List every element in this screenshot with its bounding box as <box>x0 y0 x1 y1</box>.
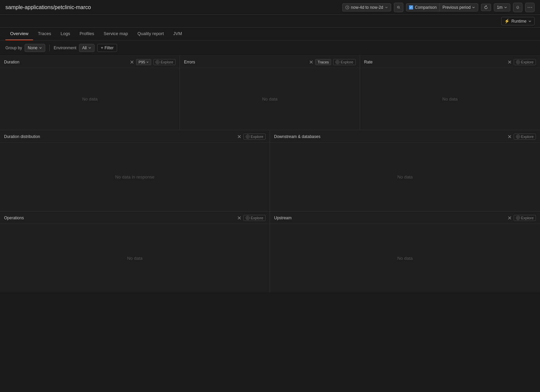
errors-close-button[interactable] <box>309 60 313 64</box>
close-icon <box>508 216 512 220</box>
duration-dist-controls: ⊙ Explore <box>237 134 266 140</box>
duration-no-data: No data <box>82 96 98 102</box>
downstream-explore-button[interactable]: ⊙ Explore <box>514 134 536 140</box>
filter-button-label: Filter <box>105 46 114 50</box>
runtime-icon: ⚡ <box>504 19 510 24</box>
zoom-out-icon <box>397 5 400 10</box>
app-title: sample-applications/petclinic-marco <box>5 4 91 10</box>
rate-panel: Rate ⊙ Explore No data <box>360 56 540 130</box>
explore-icon: ⊙ <box>156 60 160 64</box>
duration-dist-no-data: No data in response <box>115 174 154 179</box>
chevron-down-icon <box>385 6 388 9</box>
close-icon <box>130 60 134 64</box>
chevron-down-icon <box>146 61 149 63</box>
traces-button[interactable]: Traces <box>315 59 331 65</box>
interval-picker[interactable]: 1m <box>494 3 510 11</box>
upstream-explore-button[interactable]: ⊙ Explore <box>514 215 536 221</box>
tab-service-map[interactable]: Service map <box>99 28 133 40</box>
downstream-panel: Downstream & databases ⊙ Explore No data <box>270 130 540 211</box>
chevron-down-icon <box>504 6 507 9</box>
duration-dist-explore-button[interactable]: ⊙ Explore <box>243 134 266 140</box>
operations-close-button[interactable] <box>237 216 241 220</box>
checkbox-icon <box>409 5 413 9</box>
environment-dropdown[interactable]: All <box>79 44 94 52</box>
duration-controls: P95 ⊙ Explore <box>130 59 176 65</box>
rate-title: Rate <box>364 60 373 64</box>
downstream-title: Downstream & databases <box>274 134 320 139</box>
header-controls: now-4d to now-2d Comparison Previous per… <box>342 3 535 12</box>
operations-no-data: No data <box>127 256 143 261</box>
tab-traces[interactable]: Traces <box>33 28 56 40</box>
alert-button[interactable] <box>513 3 522 12</box>
rate-no-data: No data <box>442 96 458 102</box>
upstream-panel: Upstream ⊙ Explore No data <box>270 212 540 292</box>
tab-overview[interactable]: Overview <box>5 28 33 40</box>
errors-explore-button[interactable]: ⊙ Explore <box>333 59 355 65</box>
operations-explore-button[interactable]: ⊙ Explore <box>243 215 266 221</box>
duration-title: Duration <box>4 60 19 64</box>
nav-tabs: Overview Traces Logs Profiles Service ma… <box>0 28 540 40</box>
downstream-controls: ⊙ Explore <box>508 134 536 140</box>
more-icon: ⋯ <box>527 5 533 10</box>
duration-explore-button[interactable]: ⊙ Explore <box>153 59 176 65</box>
time-range-label: now-4d to now-2d <box>351 5 383 10</box>
upstream-controls: ⊙ Explore <box>508 215 536 221</box>
tab-logs[interactable]: Logs <box>56 28 75 40</box>
upstream-close-button[interactable] <box>508 216 512 220</box>
zoom-out-button[interactable] <box>394 3 403 12</box>
more-button[interactable]: ⋯ <box>525 3 535 12</box>
time-range-picker[interactable]: now-4d to now-2d <box>342 3 391 11</box>
errors-panel-header: Errors Traces ⊙ Explore <box>180 56 359 68</box>
duration-panel-header: Duration P95 ⊙ Exp <box>0 56 180 68</box>
chevron-down-icon <box>88 46 91 50</box>
upstream-title: Upstream <box>274 216 292 220</box>
explore-icon: ⊙ <box>516 216 520 220</box>
tab-jvm[interactable]: JVM <box>168 28 187 40</box>
downstream-close-button[interactable] <box>508 135 512 139</box>
period-label: Previous period <box>442 5 470 10</box>
bell-icon <box>516 5 519 10</box>
tab-profiles[interactable]: Profiles <box>75 28 99 40</box>
interval-label: 1m <box>497 5 503 10</box>
p95-button[interactable]: P95 <box>136 59 151 65</box>
refresh-button[interactable] <box>481 4 491 11</box>
close-icon <box>508 135 512 139</box>
upstream-header: Upstream ⊙ Explore <box>270 212 540 224</box>
rate-explore-button[interactable]: ⊙ Explore <box>514 59 536 65</box>
main-content: Duration P95 ⊙ Exp <box>0 56 540 292</box>
operations-chart-body: No data <box>0 224 270 292</box>
explore-icon: ⊙ <box>335 60 340 64</box>
rate-close-button[interactable] <box>508 60 512 64</box>
duration-dist-header: Duration distribution ⊙ Explore <box>0 130 270 143</box>
duration-chart-body: No data <box>0 68 180 130</box>
comparison-group: Comparison Previous period <box>406 3 478 11</box>
operations-panel: Operations ⊙ Explore No data <box>0 212 270 292</box>
duration-dist-title: Duration distribution <box>4 134 40 139</box>
runtime-label: Runtime <box>511 19 526 24</box>
downstream-header: Downstream & databases ⊙ Explore <box>270 130 540 143</box>
runtime-button[interactable]: ⚡ Runtime <box>501 17 535 25</box>
close-icon <box>508 60 512 64</box>
refresh-icon <box>484 5 488 9</box>
group-by-dropdown[interactable]: None <box>25 44 45 52</box>
group-by-label: Group by <box>5 46 22 50</box>
close-icon <box>309 60 313 64</box>
add-filter-button[interactable]: + Filter <box>97 44 117 52</box>
duration-close-button[interactable] <box>130 60 134 64</box>
chevron-down-icon <box>472 6 475 9</box>
top-header: sample-applications/petclinic-marco now-… <box>0 0 540 15</box>
errors-chart-body: No data <box>180 68 359 130</box>
upstream-no-data: No data <box>397 256 413 261</box>
explore-icon: ⊙ <box>516 135 520 139</box>
environment-label: Environment <box>54 46 76 50</box>
comparison-checkbox[interactable]: Comparison <box>406 4 440 11</box>
tab-quality-report[interactable]: Quality report <box>133 28 168 40</box>
duration-panel: Duration P95 ⊙ Exp <box>0 56 180 130</box>
p95-label: P95 <box>138 60 145 64</box>
period-picker[interactable]: Previous period <box>440 4 478 11</box>
duration-dist-close-button[interactable] <box>237 135 241 139</box>
duration-dist-chart-body: No data in response <box>0 143 270 211</box>
charts-row-3: Operations ⊙ Explore No data <box>0 212 540 292</box>
charts-row-1: Duration P95 ⊙ Exp <box>0 56 540 130</box>
chevron-down-icon <box>528 20 532 23</box>
